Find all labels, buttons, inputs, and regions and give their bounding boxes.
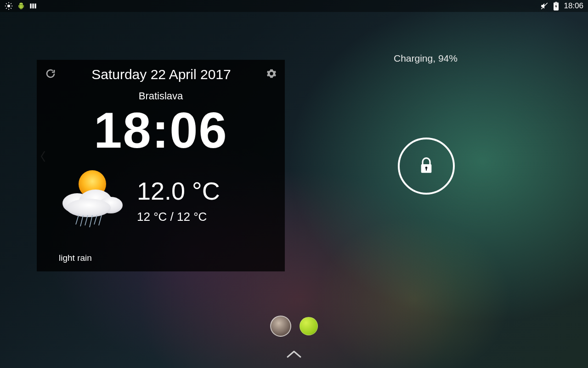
svg-rect-11 xyxy=(30,4,31,9)
widget-header: Saturday 22 April 2017 xyxy=(45,65,277,84)
svg-line-5 xyxy=(6,3,7,4)
android-debug-icon xyxy=(17,2,25,10)
svg-point-9 xyxy=(20,3,20,4)
svg-line-25 xyxy=(76,215,79,224)
widget-city: Bratislava xyxy=(45,90,277,102)
svg-line-30 xyxy=(99,215,102,225)
gear-icon[interactable] xyxy=(266,69,277,80)
widget-date: Saturday 22 April 2017 xyxy=(56,67,266,82)
user-switcher xyxy=(270,316,318,337)
weather-temperature: 12.0 °C xyxy=(137,177,277,205)
brightness-icon xyxy=(5,2,13,10)
expand-chevron-up-icon[interactable] xyxy=(285,349,303,362)
lock-icon xyxy=(418,157,434,175)
svg-line-8 xyxy=(11,3,11,4)
sun-cloud-rain-icon xyxy=(45,166,137,235)
status-time: 18:06 xyxy=(564,1,583,11)
bars-icon xyxy=(29,2,37,10)
svg-rect-13 xyxy=(34,4,36,9)
svg-line-6 xyxy=(11,8,11,9)
unlock-button[interactable] xyxy=(398,138,455,195)
user-guest[interactable] xyxy=(300,317,318,335)
weather-clock-widget[interactable]: Saturday 22 April 2017 Bratislava 18:06 xyxy=(37,60,285,271)
svg-rect-12 xyxy=(32,4,34,9)
weather-description: light rain xyxy=(59,253,277,263)
weather-range: 12 °C / 12 °C xyxy=(137,210,277,224)
user-avatar[interactable] xyxy=(270,316,291,337)
battery-charging-icon xyxy=(553,2,559,11)
status-left xyxy=(5,2,37,10)
refresh-icon[interactable] xyxy=(45,68,56,81)
status-right: 18:06 xyxy=(540,1,583,11)
svg-rect-16 xyxy=(555,2,557,3)
svg-line-7 xyxy=(6,8,7,9)
widget-weather-row: 12.0 °C 12 °C / 12 °C xyxy=(45,166,277,235)
charging-status: Charging, 94% xyxy=(394,53,458,64)
svg-line-26 xyxy=(80,215,83,226)
mute-icon xyxy=(540,2,548,10)
status-bar[interactable]: 18:06 xyxy=(0,0,588,12)
svg-point-10 xyxy=(22,3,22,4)
svg-point-24 xyxy=(67,199,111,217)
svg-point-0 xyxy=(7,5,10,7)
widget-clock: 18:06 xyxy=(45,105,277,155)
weather-text: 12.0 °C 12 °C / 12 °C xyxy=(137,177,277,224)
